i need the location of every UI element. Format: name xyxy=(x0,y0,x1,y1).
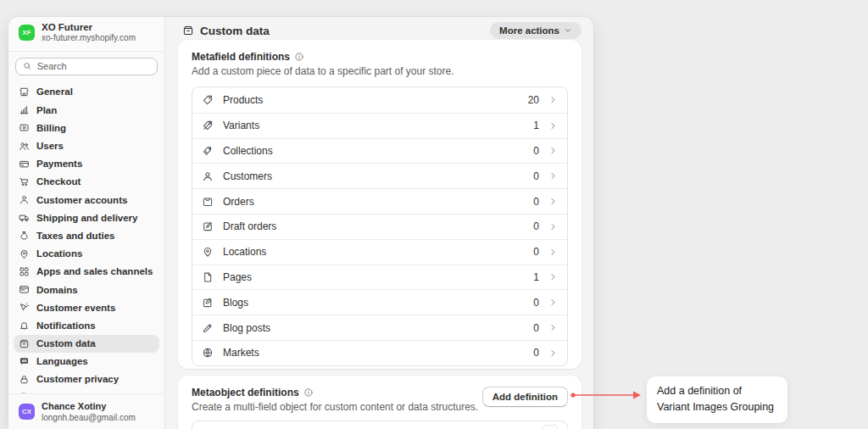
page-title: Custom data xyxy=(182,25,270,37)
sidebar-item-payments[interactable]: Payments xyxy=(14,155,159,173)
sidebar-item-customer-events[interactable]: Customer events xyxy=(14,298,159,316)
sidebar-item-languages[interactable]: ABLanguages xyxy=(14,353,159,370)
truck-icon xyxy=(19,212,30,223)
annotation-line2: Variant Images Grouping xyxy=(657,399,777,415)
annotation-callout: Add a definition of Variant Images Group… xyxy=(647,376,787,423)
metaobject-definitions-card: Metaobject definitions Create a multi-fi… xyxy=(178,376,581,429)
svg-text:AB: AB xyxy=(21,359,26,363)
store-switcher[interactable]: XF XO Futurer xo-futurer.myshopify.com xyxy=(8,17,164,52)
sidebar-search-input[interactable] xyxy=(37,61,150,71)
sidebar-item-general[interactable]: General xyxy=(14,83,159,101)
money-bag-icon xyxy=(19,230,30,241)
settings-main: Custom data More actions Metafield defin… xyxy=(165,17,593,429)
chevron-right-icon xyxy=(548,121,558,131)
user-account[interactable]: CX Chance Xotiny longnh.beau@gmail.com xyxy=(8,393,164,429)
search-icon xyxy=(23,61,32,71)
sidebar-item-plan[interactable]: Plan xyxy=(14,101,159,119)
user-avatar: CX xyxy=(19,404,35,420)
person-icon xyxy=(19,194,30,205)
metafield-list: Products20Variants1Collections0Customers… xyxy=(192,86,568,366)
metafield-row-pages[interactable]: Pages1 xyxy=(192,265,567,290)
metafield-row-label: Collections xyxy=(223,145,273,157)
metafield-row-customers[interactable]: Customers0 xyxy=(192,163,567,188)
custom-data-icon xyxy=(19,338,30,349)
sidebar-item-apps-and-sales-channels[interactable]: Apps and sales channels xyxy=(14,263,159,281)
info-icon[interactable] xyxy=(294,52,304,62)
annotation-arrow xyxy=(568,387,646,404)
metafield-row-variants[interactable]: Variants1 xyxy=(192,113,567,138)
metafield-row-label: Customers xyxy=(223,170,272,182)
draft-order-icon xyxy=(202,220,214,232)
chevron-right-icon xyxy=(548,298,558,307)
sidebar-search[interactable] xyxy=(15,58,158,75)
sidebar-item-notifications[interactable]: Notifications xyxy=(14,316,159,334)
sidebar-item-label: Payments xyxy=(36,159,82,169)
sidebar-item-label: Locations xyxy=(36,248,82,259)
store-domain: xo-futurer.myshopify.com xyxy=(42,33,136,44)
sidebar-item-label: Taxes and duties xyxy=(36,231,114,241)
screenshot-stage: XF XO Futurer xo-futurer.myshopify.com G… xyxy=(0,0,868,429)
chevron-right-icon xyxy=(548,222,558,231)
metafield-definitions-card: Metafield definitions Add a custom piece… xyxy=(178,40,581,369)
sidebar-item-label: Users xyxy=(36,141,64,151)
user-name: Chance Xotiny xyxy=(42,400,136,412)
sidebar-item-label: Domains xyxy=(36,285,78,295)
pencil-icon xyxy=(202,322,214,334)
sidebar-item-custom-data[interactable]: Custom data xyxy=(14,335,159,353)
lock-icon xyxy=(19,374,30,385)
tag-slash-icon xyxy=(202,120,214,131)
bell-icon xyxy=(19,320,30,331)
metafield-row-label: Pages xyxy=(223,271,252,283)
info-icon[interactable] xyxy=(303,387,314,398)
sidebar-item-label: Languages xyxy=(36,356,88,366)
sidebar-item-label: Customer privacy xyxy=(36,374,119,384)
metafield-row-count: 0 xyxy=(533,145,539,157)
browser-icon xyxy=(19,284,30,295)
metafield-row-products[interactable]: Products20 xyxy=(192,87,567,113)
metafield-row-label: Blog posts xyxy=(223,322,270,334)
sidebar-item-billing[interactable]: Billing xyxy=(14,119,159,136)
metafield-row-count: 0 xyxy=(533,246,539,258)
metafield-row-blog-posts[interactable]: Blog posts0 xyxy=(192,315,567,340)
add-definition-button[interactable]: Add definition xyxy=(482,387,568,407)
sidebar-item-label: Checkout xyxy=(36,176,81,187)
metafield-row-label: Markets xyxy=(223,347,259,359)
sidebar-item-label: Customer accounts xyxy=(36,195,127,205)
sidebar-item-label: Apps and sales channels xyxy=(36,266,153,276)
edit-square-icon xyxy=(202,297,214,309)
metafield-row-draft-orders[interactable]: Draft orders0 xyxy=(192,214,567,239)
metafield-row-blogs[interactable]: Blogs0 xyxy=(192,289,567,315)
billing-icon xyxy=(19,122,30,133)
sidebar-item-locations[interactable]: Locations xyxy=(14,245,159,263)
sort-button[interactable] xyxy=(542,425,559,429)
sidebar-item-checkout[interactable]: Checkout xyxy=(14,173,159,191)
metafield-row-collections[interactable]: Collections0 xyxy=(192,138,567,164)
sidebar-item-taxes-and-duties[interactable]: Taxes and duties xyxy=(14,226,159,244)
sidebar-item-shipping-and-delivery[interactable]: Shipping and delivery xyxy=(14,209,159,226)
metafields-subtitle: Add a custom piece of data to a specific… xyxy=(192,65,568,77)
sidebar-item-customer-accounts[interactable]: Customer accounts xyxy=(14,191,159,209)
metafield-row-label: Blogs xyxy=(223,297,248,309)
metafield-row-orders[interactable]: Orders0 xyxy=(192,188,567,214)
metafield-row-count: 0 xyxy=(533,220,539,232)
annotation-line1: Add a definition of xyxy=(657,383,777,399)
checkout-icon xyxy=(19,176,30,187)
chevron-right-icon xyxy=(548,323,558,332)
more-actions-button[interactable]: More actions xyxy=(490,22,581,39)
sidebar-item-domains[interactable]: Domains xyxy=(14,281,159,298)
metafield-row-count: 0 xyxy=(533,196,539,208)
metafield-row-markets[interactable]: Markets0 xyxy=(192,340,567,365)
sidebar-item-customer-privacy[interactable]: Customer privacy xyxy=(14,370,159,388)
chevron-right-icon xyxy=(548,272,558,281)
metafield-row-locations[interactable]: Locations0 xyxy=(192,239,567,265)
metafield-row-label: Draft orders xyxy=(223,220,276,232)
metafield-row-count: 0 xyxy=(533,297,539,309)
sidebar-item-users[interactable]: Users xyxy=(14,136,159,154)
store-avatar: XF xyxy=(19,25,35,41)
metafield-row-count: 20 xyxy=(528,94,539,106)
cursor-sparkle-icon xyxy=(19,302,30,313)
person-icon xyxy=(202,170,214,182)
settings-nav: GeneralPlanBillingUsersPaymentsCheckoutC… xyxy=(8,81,164,393)
custom-data-icon xyxy=(182,25,194,36)
metaobject-search-row xyxy=(192,421,568,429)
